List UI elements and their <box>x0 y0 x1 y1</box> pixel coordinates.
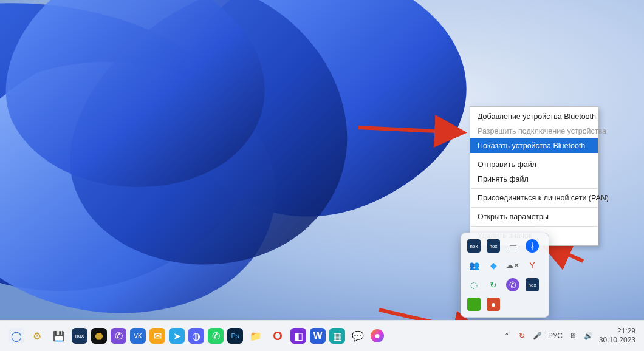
chat-bubble-icon[interactable]: 💬 <box>349 327 367 345</box>
nox-tray-icon[interactable]: nox <box>526 278 539 291</box>
tray-overflow-chevron[interactable]: ˄ <box>502 332 512 341</box>
app-purple-icon[interactable]: ◧ <box>290 328 306 344</box>
gradient-app-icon[interactable]: ● <box>371 329 384 342</box>
menu-item[interactable]: Открыть параметры <box>470 210 598 224</box>
clock-time: 21:29 <box>599 327 635 336</box>
antivirus-icon[interactable]: ◆ <box>485 257 501 273</box>
utility-1-icon[interactable]: ⚙ <box>28 327 46 345</box>
folder-warn-icon[interactable]: 📁 <box>247 327 265 345</box>
clock[interactable]: 21:29 30.10.2023 <box>599 327 635 345</box>
menu-separator <box>471 207 597 208</box>
mail-icon[interactable]: ✉ <box>149 328 165 344</box>
sync-icon[interactable]: ↻ <box>516 330 527 341</box>
menu-separator <box>471 226 597 227</box>
taskbar-systray: ˄ ↻ 🎤 РУС 🖥 🔊 21:29 30.10.2023 <box>502 327 644 345</box>
viber-icon[interactable]: ✆ <box>506 278 519 291</box>
save-disk-icon[interactable]: 💾 <box>50 327 68 345</box>
teams-icon[interactable]: 👥 <box>466 257 482 273</box>
yandex-icon[interactable]: Y <box>524 257 540 273</box>
taskbar-apps: ◯⚙💾nox⬣✆VK✉➤◍✆Ps📁O◧W▦💬● <box>0 327 384 345</box>
opera-icon[interactable]: O <box>269 327 287 345</box>
menu-separator <box>471 188 597 189</box>
clock-date: 30.10.2023 <box>599 336 635 345</box>
tray-overflow-flyout: noxnox▭ᚼ👥◆☁✕Y◌↻✆nox▇● <box>461 233 549 318</box>
menu-item[interactable]: Принять файл <box>470 172 598 186</box>
nox-app-icon[interactable]: nox <box>467 239 481 253</box>
app-teal-icon[interactable]: ▦ <box>329 328 345 344</box>
word-icon[interactable]: W <box>310 328 326 344</box>
nvidia-icon[interactable]: ▇ <box>467 298 481 311</box>
microphone-icon[interactable]: 🎤 <box>532 330 543 341</box>
menu-item[interactable]: Отправить файл <box>470 157 598 172</box>
discord-icon[interactable]: ◍ <box>188 328 204 344</box>
network-icon[interactable]: 🖥 <box>567 330 578 341</box>
viber-taskbar-icon[interactable]: ✆ <box>111 328 126 344</box>
desktop: Добавление устройства BluetoothРазрешить… <box>0 0 644 351</box>
bluetooth-icon[interactable]: ᚼ <box>526 239 539 253</box>
start-button[interactable]: ◯ <box>9 328 24 344</box>
record-icon[interactable]: ● <box>487 298 500 311</box>
spinner-icon[interactable]: ◌ <box>466 277 482 293</box>
input-language[interactable]: РУС <box>548 332 563 340</box>
cloud-sync-icon[interactable]: ☁✕ <box>505 257 521 273</box>
photoshop-icon[interactable]: Ps <box>227 328 243 344</box>
volume-icon[interactable]: 🔊 <box>583 330 594 341</box>
menu-item[interactable]: Добавление устройства Bluetooth <box>470 109 598 124</box>
menu-item[interactable]: Показать устройства Bluetooth <box>470 138 598 153</box>
menu-item: Разрешить подключение устройства <box>470 124 598 138</box>
nox-player-icon[interactable]: nox <box>72 328 87 344</box>
menu-item[interactable]: Присоединиться к личной сети (PAN) <box>470 191 598 205</box>
cube-dark-icon[interactable]: ⬣ <box>91 328 107 344</box>
taskbar: ◯⚙💾nox⬣✆VK✉➤◍✆Ps📁O◧W▦💬● ˄ ↻ 🎤 РУС 🖥 🔊 21… <box>0 320 644 351</box>
nox-duplicate-icon[interactable]: nox <box>487 239 500 253</box>
menu-separator <box>471 155 597 155</box>
whatsapp-icon[interactable]: ✆ <box>208 328 224 344</box>
updater-icon[interactable]: ↻ <box>485 277 501 293</box>
bluetooth-context-menu: Добавление устройства BluetoothРазрешить… <box>470 106 598 246</box>
phone-link-icon[interactable]: ▭ <box>505 238 521 254</box>
telegram-icon[interactable]: ➤ <box>169 328 185 344</box>
vk-icon[interactable]: VK <box>130 328 146 344</box>
